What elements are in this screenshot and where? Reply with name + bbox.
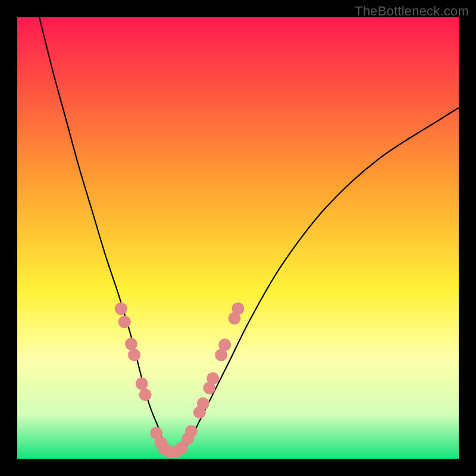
data-marker — [139, 389, 152, 401]
data-marker — [206, 372, 219, 384]
heatmap-background — [17, 17, 459, 459]
data-marker — [218, 339, 231, 351]
data-marker — [197, 397, 209, 410]
data-marker — [232, 302, 245, 315]
data-marker — [128, 349, 140, 361]
data-marker — [115, 302, 127, 315]
bottleneck-chart — [17, 17, 459, 459]
chart-frame: TheBottleneck.com — [0, 0, 476, 476]
chart-svg — [17, 17, 459, 459]
data-marker — [125, 338, 137, 350]
data-marker — [185, 425, 198, 438]
data-marker — [136, 377, 148, 390]
data-marker — [118, 315, 131, 328]
